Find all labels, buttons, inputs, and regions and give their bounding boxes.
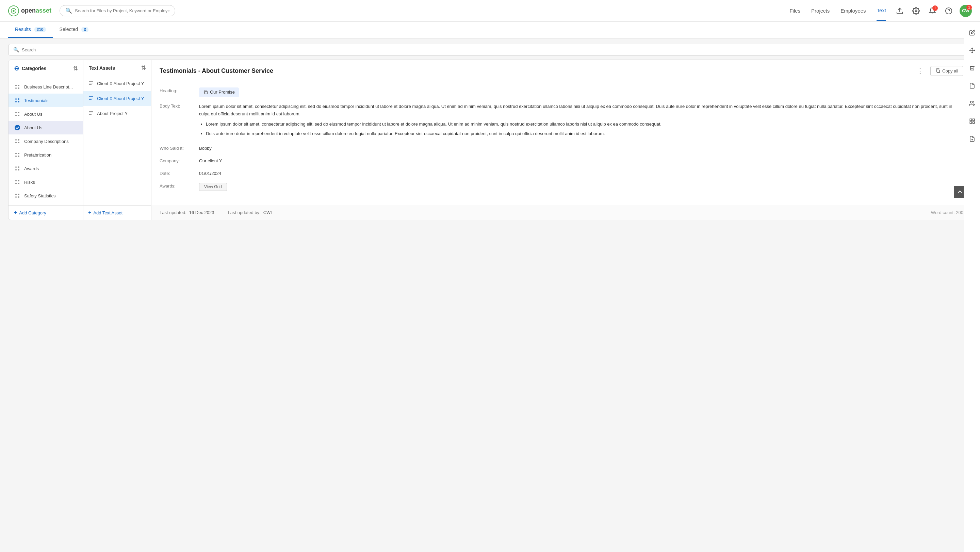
asset-item-client-x-2[interactable]: Client X About Project Y bbox=[83, 91, 151, 106]
add-text-asset-button[interactable]: + Add Text Asset bbox=[83, 205, 151, 220]
nav-text[interactable]: Text bbox=[877, 1, 886, 21]
svg-point-22 bbox=[18, 142, 19, 143]
tabs-bar: Results 210 Selected 3 bbox=[0, 22, 980, 38]
svg-rect-49 bbox=[205, 92, 207, 94]
detail-header: Testimonials - About Customer Service ⋮ … bbox=[151, 60, 972, 82]
add-category-icon: + bbox=[14, 210, 17, 216]
file-icon[interactable] bbox=[967, 80, 978, 91]
who-said-it-row: Who Said It: Bobby bbox=[159, 145, 963, 152]
last-updated-by-label: Last updated by: bbox=[228, 210, 261, 215]
categories-panel: ⊖ Categories ⇅ Business Line Descript... bbox=[8, 60, 83, 220]
settings-icon[interactable] bbox=[911, 5, 921, 16]
svg-point-18 bbox=[14, 125, 20, 130]
content-wrapper: 🔍 ⊖ Categories ⇅ Business Line Desc bbox=[0, 38, 980, 220]
top-navigation: openasset 🔍 Files Projects Employees Tex… bbox=[0, 0, 980, 22]
category-list: Business Line Descript... Testimonials A… bbox=[8, 77, 83, 205]
tab-results[interactable]: Results 210 bbox=[8, 22, 53, 38]
logo[interactable]: openasset bbox=[8, 5, 51, 16]
svg-point-23 bbox=[15, 153, 17, 154]
document-export-icon[interactable] bbox=[967, 134, 978, 144]
results-count: 210 bbox=[34, 27, 46, 32]
minus-icon[interactable]: ⊖ bbox=[14, 65, 19, 72]
category-item-safety[interactable]: Safety Statistics bbox=[8, 189, 83, 202]
category-icon-company bbox=[14, 138, 21, 145]
last-updated-label: Last updated: bbox=[159, 210, 186, 215]
category-item-about-us-2[interactable]: About Us bbox=[8, 121, 83, 134]
svg-point-30 bbox=[18, 169, 19, 170]
bullet-1: Lorem ipsum dolor sit amet, consectetur … bbox=[206, 121, 963, 128]
delete-icon[interactable] bbox=[967, 63, 978, 73]
svg-point-26 bbox=[18, 156, 19, 157]
category-icon-awards bbox=[14, 165, 21, 172]
nav-links: Files Projects Employees Text bbox=[789, 1, 886, 21]
date-row: Date: 01/01/2024 bbox=[159, 170, 963, 177]
copy-all-button[interactable]: Copy all bbox=[930, 66, 963, 76]
svg-point-32 bbox=[18, 180, 19, 181]
category-item-business-line[interactable]: Business Line Descript... bbox=[8, 80, 83, 94]
add-category-button[interactable]: + Add Category bbox=[8, 205, 83, 220]
categories-panel-header: ⊖ Categories ⇅ bbox=[8, 60, 83, 77]
view-grid-button[interactable]: View Grid bbox=[199, 183, 227, 191]
category-item-testimonials[interactable]: Testimonials bbox=[8, 94, 83, 107]
text-assets-header: Text Assets ⇅ bbox=[83, 60, 151, 76]
company-value: Our client Y bbox=[199, 157, 963, 165]
global-search-input[interactable] bbox=[75, 8, 169, 13]
filter-search-input[interactable] bbox=[22, 47, 967, 52]
asset-item-about-project-y[interactable]: About Project Y bbox=[83, 106, 151, 121]
svg-rect-53 bbox=[970, 122, 972, 124]
svg-point-38 bbox=[18, 196, 19, 198]
categories-title: Categories bbox=[22, 66, 46, 71]
asset-item-client-x-1[interactable]: Client X About Project Y bbox=[83, 76, 151, 91]
svg-point-1 bbox=[13, 10, 14, 11]
category-label-business: Business Line Descript... bbox=[24, 84, 73, 89]
text-assets-sort-icon[interactable]: ⇅ bbox=[141, 65, 146, 71]
svg-rect-51 bbox=[970, 119, 972, 121]
asset-list: Client X About Project Y Client X About … bbox=[83, 76, 151, 121]
move-icon[interactable] bbox=[967, 45, 978, 56]
bullet-2: Duis aute irure dolor in reprehenderit i… bbox=[206, 130, 963, 137]
categories-header-left: ⊖ Categories bbox=[14, 65, 46, 72]
nav-projects[interactable]: Projects bbox=[811, 1, 830, 21]
avatar-badge: 1 bbox=[966, 5, 972, 10]
edit-icon[interactable] bbox=[967, 27, 978, 38]
people-icon[interactable] bbox=[967, 98, 978, 109]
category-icon-testimonials bbox=[14, 97, 21, 104]
nav-files[interactable]: Files bbox=[789, 1, 800, 21]
svg-point-34 bbox=[18, 183, 19, 184]
heading-label: Heading: bbox=[159, 87, 194, 97]
category-icon-safety bbox=[14, 192, 21, 199]
body-text-bullets: Lorem ipsum dolor sit amet, consectetur … bbox=[199, 121, 963, 137]
global-search-bar[interactable]: 🔍 bbox=[60, 5, 175, 16]
last-updated-by: Last updated by: CWL bbox=[228, 210, 273, 215]
date-value: 01/01/2024 bbox=[199, 170, 963, 177]
company-label: Company: bbox=[159, 157, 194, 165]
category-item-company-desc[interactable]: Company Descriptions bbox=[8, 134, 83, 148]
more-options-icon[interactable]: ⋮ bbox=[914, 65, 926, 76]
tab-selected[interactable]: Selected 3 bbox=[53, 22, 95, 38]
detail-actions: ⋮ Copy all bbox=[914, 65, 963, 76]
detail-panel: Testimonials - About Customer Service ⋮ … bbox=[151, 60, 972, 220]
categories-sort-icon[interactable]: ⇅ bbox=[73, 65, 78, 72]
category-icon-about-us-2 bbox=[14, 124, 21, 131]
svg-point-33 bbox=[15, 183, 17, 184]
svg-point-15 bbox=[18, 112, 19, 113]
category-item-about-us-1[interactable]: About Us bbox=[8, 107, 83, 121]
category-item-risks[interactable]: Risks bbox=[8, 175, 83, 189]
help-icon[interactable] bbox=[943, 5, 954, 16]
heading-value: Our Promise bbox=[199, 87, 963, 97]
svg-point-19 bbox=[15, 139, 17, 140]
text-assets-header-left: Text Assets bbox=[89, 65, 115, 71]
category-item-awards[interactable]: Awards bbox=[8, 162, 83, 175]
svg-point-14 bbox=[15, 112, 17, 113]
category-icon-about-us-1 bbox=[14, 111, 21, 118]
category-item-prefabrication[interactable]: Prefabrication bbox=[8, 148, 83, 162]
text-assets-title: Text Assets bbox=[89, 65, 115, 71]
notification-icon[interactable]: 1 bbox=[927, 5, 938, 16]
grid-icon[interactable] bbox=[967, 116, 978, 127]
upload-icon[interactable] bbox=[894, 5, 905, 16]
nav-employees[interactable]: Employees bbox=[840, 1, 865, 21]
filter-search-bar[interactable]: 🔍 bbox=[8, 44, 972, 56]
search-icon: 🔍 bbox=[65, 8, 72, 14]
svg-point-6 bbox=[15, 85, 17, 86]
user-avatar[interactable]: CW 1 bbox=[959, 5, 972, 17]
